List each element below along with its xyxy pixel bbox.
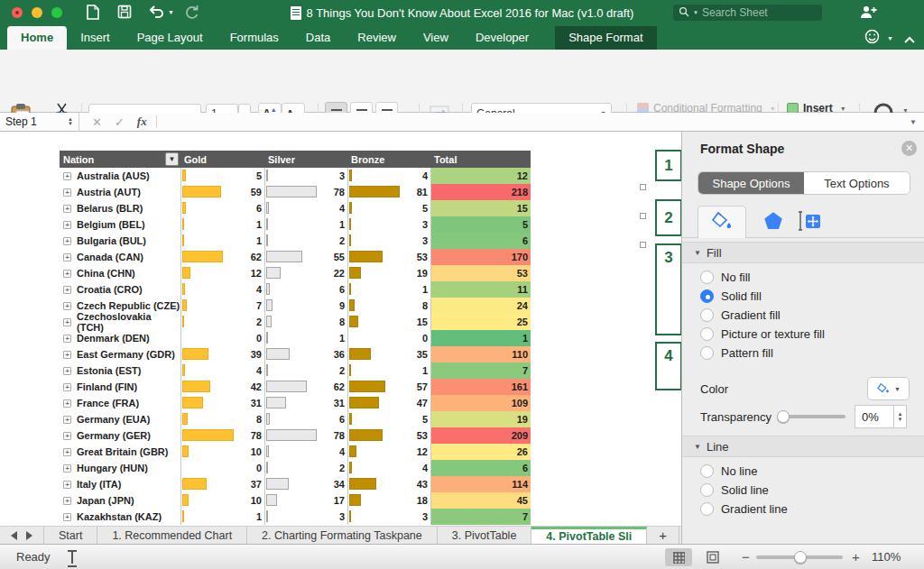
tab-shape-format[interactable]: Shape Format [555, 26, 656, 50]
pivot-cell[interactable]: 2 [180, 314, 264, 330]
pivot-cell[interactable]: 2 [264, 233, 347, 249]
pivot-cell[interactable]: 5 [180, 168, 264, 184]
expand-icon[interactable]: + [63, 172, 71, 180]
pivot-cell[interactable]: 1 [347, 363, 430, 379]
pivot-cell-total[interactable]: 26 [430, 444, 531, 460]
pivot-cell[interactable]: 4 [347, 168, 430, 184]
zoom-slider[interactable] [756, 555, 843, 559]
pivot-table[interactable]: Nation ▼ Gold Silver Bronze Total +Austr… [60, 151, 531, 525]
radio-no-line[interactable]: No line [682, 462, 924, 481]
expand-icon[interactable]: + [63, 188, 71, 197]
pivot-cell[interactable]: 4 [347, 460, 430, 476]
tab-shape-options[interactable]: Shape Options [698, 172, 804, 194]
pivot-cell-total[interactable]: 109 [430, 395, 531, 411]
pivot-cell[interactable]: 53 [347, 249, 430, 265]
pivot-cell-nation[interactable]: +Czechoslovakia (TCH) [60, 314, 180, 330]
pivot-cell[interactable]: 36 [264, 346, 347, 363]
zoom-out-button[interactable]: − [742, 549, 750, 564]
pivot-row[interactable]: +Great Britain (GBR)1041226 [60, 444, 531, 460]
pivot-cell[interactable]: 57 [347, 379, 430, 395]
pivot-row[interactable]: +Australia (AUS)53412 [60, 168, 531, 184]
expand-icon[interactable]: + [63, 367, 71, 375]
pivot-cell[interactable]: 35 [347, 346, 430, 363]
pivot-cell-nation[interactable]: +China (CHN) [60, 265, 180, 281]
filter-dropdown-button[interactable]: ▼ [165, 152, 179, 166]
transparency-slider[interactable] [779, 415, 845, 418]
pivot-cell-total[interactable]: 19 [430, 411, 531, 427]
zoom-slider-thumb[interactable] [794, 551, 807, 564]
pivot-cell[interactable]: 0 [347, 330, 430, 346]
pivot-cell[interactable]: 59 [180, 184, 264, 200]
pivot-cell[interactable]: 47 [347, 395, 430, 411]
pivot-cell[interactable]: 1 [180, 216, 264, 233]
pivot-cell-nation[interactable]: +Great Britain (GBR) [60, 444, 180, 460]
pivot-cell[interactable]: 78 [180, 427, 264, 444]
pivot-row[interactable]: +Austria (AUT)597881218 [60, 184, 531, 200]
pivot-row[interactable]: +Japan (JPN)10171845 [60, 492, 531, 509]
pivot-cell[interactable]: 5 [347, 200, 430, 216]
pivot-cell[interactable]: 0 [180, 330, 264, 346]
pivot-cell[interactable]: 1 [180, 509, 264, 525]
pivot-cell-total[interactable]: 209 [430, 427, 531, 444]
expand-icon[interactable]: + [63, 253, 71, 262]
radio-picture-or-texture-fill[interactable]: Picture or texture fill [682, 325, 924, 344]
fill-color-picker-button[interactable]: ▼ [867, 377, 910, 400]
pivot-cell-nation[interactable]: +Croatia (CRO) [60, 281, 180, 298]
numbered-shape-4[interactable]: 4 [655, 342, 682, 390]
feedback-smiley-icon[interactable] [864, 29, 880, 48]
pivot-cell[interactable]: 3 [347, 233, 430, 249]
pivot-cell[interactable]: 4 [264, 200, 347, 216]
pivot-cell-total[interactable]: 1 [430, 330, 531, 346]
expand-icon[interactable]: + [63, 351, 71, 359]
expand-icon[interactable]: + [63, 432, 71, 440]
collapse-ribbon-icon[interactable] [904, 31, 915, 47]
pivot-cell[interactable]: 3 [264, 509, 347, 525]
pivot-cell-total[interactable]: 11 [430, 281, 531, 298]
fill-and-line-tab[interactable] [698, 206, 746, 238]
pivot-cell-total[interactable]: 170 [430, 249, 531, 265]
pivot-row[interactable]: +Germany (GER)787853209 [60, 427, 531, 444]
pivot-cell-nation[interactable]: +Estonia (EST) [60, 363, 180, 379]
add-sheet-button[interactable]: + [647, 527, 679, 544]
expand-icon[interactable]: + [63, 270, 71, 278]
pivot-cell[interactable]: 6 [264, 281, 347, 298]
pivot-cell[interactable]: 2 [264, 363, 347, 379]
search-scope-arrow[interactable]: ▼ [693, 10, 698, 15]
radio-solid-fill[interactable]: Solid fill [682, 287, 924, 306]
pivot-cell-nation[interactable]: +Kazakhstan (KAZ) [60, 509, 180, 525]
pivot-cell[interactable]: 3 [347, 509, 430, 525]
numbered-shape-2[interactable]: 2 [655, 199, 682, 236]
tab-text-options[interactable]: Text Options [804, 172, 910, 194]
pivot-cell-nation[interactable]: +Finland (FIN) [60, 379, 180, 395]
pivot-row[interactable]: +Kazakhstan (KAZ)1337 [60, 509, 531, 525]
tab-developer[interactable]: Developer [462, 26, 542, 50]
pivot-cell-total[interactable]: 114 [430, 476, 531, 492]
pivot-cell[interactable]: 17 [264, 492, 347, 509]
expand-icon[interactable]: + [63, 399, 71, 408]
pivot-cell-total[interactable]: 6 [430, 233, 531, 249]
pivot-cell-nation[interactable]: +Japan (JPN) [60, 492, 180, 509]
pivot-cell[interactable]: 4 [180, 363, 264, 379]
zoom-in-button[interactable]: + [852, 549, 860, 564]
tab-insert[interactable]: Insert [67, 26, 124, 50]
pivot-row[interactable]: +France (FRA)313147109 [60, 395, 531, 411]
pivot-cell[interactable]: 8 [180, 411, 264, 427]
pivot-cell-total[interactable]: 53 [430, 265, 531, 281]
confirm-icon[interactable]: ✓ [115, 115, 125, 129]
radio-gradient-line[interactable]: Gradient line [682, 500, 924, 519]
pivot-row[interactable]: +China (CHN)12221953 [60, 265, 531, 281]
pivot-cell[interactable]: 8 [347, 298, 430, 314]
pivot-cell-nation[interactable]: +Bulgaria (BUL) [60, 233, 180, 249]
pivot-row[interactable]: +Hungary (HUN)0246 [60, 460, 531, 476]
pivot-cell-total[interactable]: 7 [430, 363, 531, 379]
pivot-row[interactable]: +Denmark (DEN)0101 [60, 330, 531, 346]
pivot-cell[interactable]: 1 [180, 233, 264, 249]
pivot-cell[interactable]: 37 [180, 476, 264, 492]
pivot-row[interactable]: +Belarus (BLR)64515 [60, 200, 531, 216]
pivot-cell[interactable]: 8 [264, 314, 347, 330]
pivot-cell[interactable]: 19 [347, 265, 430, 281]
name-box[interactable]: Step 1 ▲▼ [0, 113, 79, 132]
expand-icon[interactable]: + [63, 513, 71, 521]
pivot-cell[interactable]: 3 [347, 216, 430, 233]
expand-icon[interactable]: + [63, 221, 71, 229]
